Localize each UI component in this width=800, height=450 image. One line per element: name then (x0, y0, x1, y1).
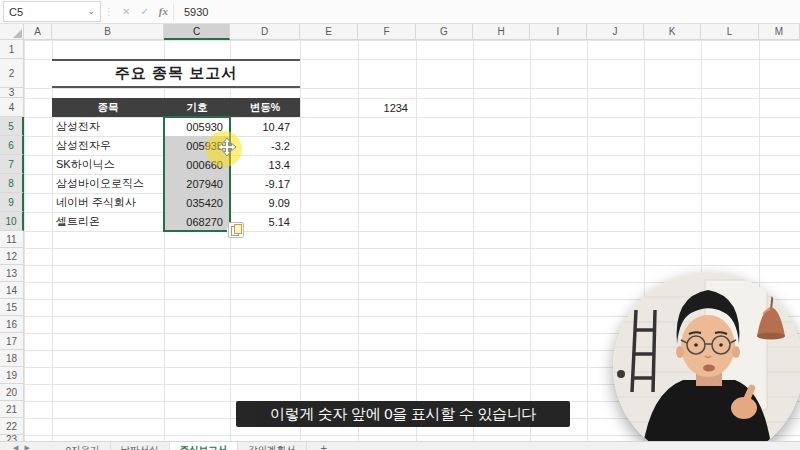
gridline (416, 40, 417, 441)
cell-F4[interactable]: 1234 (358, 98, 416, 117)
move-cursor-icon (217, 137, 237, 157)
gridline (473, 40, 474, 441)
caption-text: 이렇게 숫자 앞에 0을 표시할 수 있습니다 (270, 405, 536, 424)
paste-options-button[interactable] (228, 222, 244, 238)
cell-B9[interactable]: 네이버 주식회사 (52, 193, 164, 212)
row-header-17[interactable]: 17 (0, 333, 24, 350)
column-header-C[interactable]: C (164, 24, 230, 40)
column-header-H[interactable]: H (473, 24, 530, 40)
row-header-14[interactable]: 14 (0, 282, 24, 299)
excel-window: C5 ⌄ ⋮ ✕ ✓ fx 5930 주요 종목 보고서종목기호변동%삼성전자0… (0, 0, 800, 450)
row-header-6[interactable]: 6 (0, 136, 24, 155)
row-header-20[interactable]: 20 (0, 384, 24, 401)
gridline (24, 265, 800, 266)
add-sheet-button[interactable]: + (321, 442, 327, 450)
webcam-overlay (613, 272, 800, 450)
column-header-F[interactable]: F (358, 24, 416, 40)
row-header-19[interactable]: 19 (0, 367, 24, 384)
person-mouth (703, 365, 715, 372)
gridline (24, 40, 25, 441)
row-header-13[interactable]: 13 (0, 265, 24, 282)
wall-hook (617, 370, 625, 378)
column-header-I[interactable]: I (530, 24, 587, 40)
cell-B10[interactable]: 셀트리온 (52, 212, 164, 231)
row-header-4[interactable]: 4 (0, 98, 24, 117)
row-header-12[interactable]: 12 (0, 248, 24, 265)
row-header-21[interactable]: 21 (0, 401, 24, 418)
column-header-K[interactable]: K (644, 24, 701, 40)
cell-D7[interactable]: 13.4 (230, 155, 300, 174)
cell-B6[interactable]: 삼성전자우 (52, 136, 164, 155)
column-header-J[interactable]: J (587, 24, 644, 40)
row-header-1[interactable]: 1 (0, 40, 24, 59)
row-header-10[interactable]: 10 (0, 212, 24, 231)
presenter-video (613, 272, 800, 450)
gridline (587, 40, 588, 441)
sheet-tab-4[interactable]: 강의계획서 (238, 442, 307, 450)
row-header-16[interactable]: 16 (0, 316, 24, 333)
cell-D5[interactable]: 10.47 (230, 117, 300, 136)
column-header-L[interactable]: L (701, 24, 759, 40)
table-header-cell[interactable]: 기호 (164, 98, 230, 117)
select-all-triangle-icon (13, 29, 22, 38)
report-title-cell[interactable]: 주요 종목 보고서 (52, 59, 300, 88)
row-header-22[interactable]: 22 (0, 418, 24, 435)
caption-bar: 이렇게 숫자 앞에 0을 표시할 수 있습니다 (236, 401, 570, 427)
column-header-D[interactable]: D (230, 24, 300, 40)
cell-B7[interactable]: SK하이닉스 (52, 155, 164, 174)
gridline (300, 40, 301, 441)
sheet-tab-3[interactable]: 주식보고서 (170, 442, 239, 450)
sheet-tabs: 0지우기날짜서식주식보고서강의계획서 (56, 442, 307, 450)
clipboard-icon (231, 224, 242, 236)
gridline (0, 40, 800, 41)
sheet-tab-bar: ◀ ▶ 0지우기날짜서식주식보고서강의계획서 + (0, 441, 800, 450)
next-sheet-icon[interactable]: ▶ (24, 442, 29, 450)
row-header-8[interactable]: 8 (0, 174, 24, 193)
gridline (24, 231, 800, 232)
row-header-2[interactable]: 2 (0, 59, 24, 88)
column-header-E[interactable]: E (300, 24, 358, 40)
column-header-G[interactable]: G (416, 24, 473, 40)
cell-D8[interactable]: -9.17 (230, 174, 300, 193)
sheet-tab-2[interactable]: 날짜서식 (111, 442, 170, 450)
table-header-cell[interactable]: 변동% (230, 98, 300, 117)
row-header-7[interactable]: 7 (0, 155, 24, 174)
row-header-3[interactable]: 3 (0, 88, 24, 98)
table-header-cell[interactable]: 종목 (52, 98, 164, 117)
gridline (24, 248, 800, 249)
prev-sheet-icon[interactable]: ◀ (13, 442, 18, 450)
select-all-button[interactable] (0, 24, 24, 40)
gridline (530, 40, 531, 441)
sheet-tab-1[interactable]: 0지우기 (56, 442, 111, 450)
cell-B8[interactable]: 삼성바이오로직스 (52, 174, 164, 193)
gridline (24, 88, 800, 89)
row-header-9[interactable]: 9 (0, 193, 24, 212)
row-header-11[interactable]: 11 (0, 231, 24, 248)
column-header-A[interactable]: A (24, 24, 52, 40)
row-header-15[interactable]: 15 (0, 299, 24, 316)
cell-B5[interactable]: 삼성전자 (52, 117, 164, 136)
row-header-5[interactable]: 5 (0, 117, 24, 136)
row-header-18[interactable]: 18 (0, 350, 24, 367)
column-header-B[interactable]: B (52, 24, 164, 40)
cell-D9[interactable]: 9.09 (230, 193, 300, 212)
column-header-M[interactable]: M (759, 24, 800, 40)
